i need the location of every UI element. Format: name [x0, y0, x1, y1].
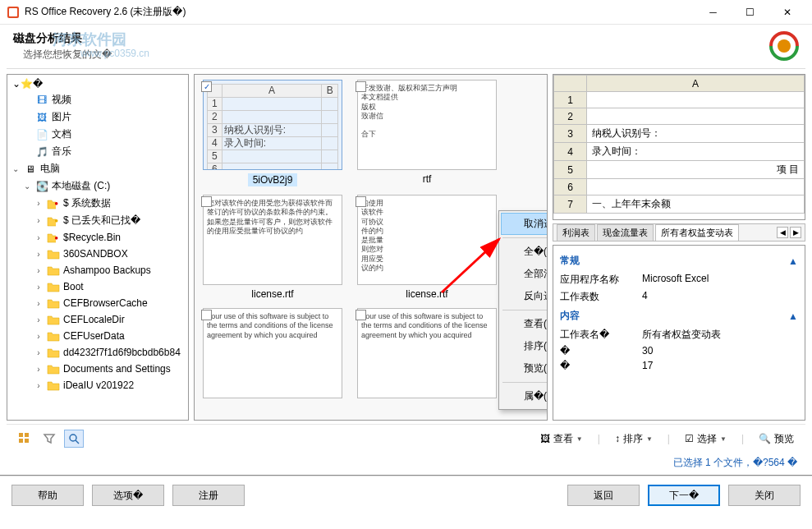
tab-scroll-left[interactable]: ◀: [777, 227, 788, 238]
file-grid[interactable]: ✓AB123纳税人识别号:4录入时间:567一、上年8加: 会计5iOvB2j9…: [194, 74, 548, 421]
file-checkbox[interactable]: ✓: [201, 81, 212, 92]
fav-music[interactable]: 🎵音乐: [7, 143, 188, 160]
folder-icon: [47, 313, 60, 326]
folder-node[interactable]: ›dd4232f7f1d6f9bcbdb6b84: [7, 344, 188, 361]
row-header[interactable]: 3: [554, 125, 587, 143]
folder-node[interactable]: ›Documents and Settings: [7, 361, 188, 377]
options-button[interactable]: 选项�: [92, 485, 164, 506]
grid-view-button[interactable]: [15, 430, 34, 448]
cell[interactable]: [587, 179, 805, 196]
file-caption: 5iOvB2j9: [248, 173, 298, 186]
cell[interactable]: 一、上年年末余额: [587, 196, 805, 214]
row-header[interactable]: 1: [554, 92, 587, 108]
folder-icon: [47, 362, 60, 375]
file-checkbox[interactable]: [356, 310, 366, 320]
local-disk-node[interactable]: ⌄💽本地磁盘 (C:): [7, 177, 188, 195]
wizard-footer: 帮助 选项� 注册 返回 下一� 关闭: [0, 475, 812, 514]
cell[interactable]: 项 目: [587, 161, 805, 179]
folder-icon: [47, 297, 60, 310]
menu-sort[interactable]: 排序(X)▶: [501, 335, 548, 357]
file-thumbnail[interactable]: ✓AB123纳税人识别号:4录入时间:567一、上年8加: 会计5iOvB2j9: [200, 80, 346, 186]
preview-button[interactable]: 🔍预览: [755, 430, 797, 448]
page-subtitle: 选择您想恢复的文�: [23, 48, 769, 62]
sort-button[interactable]: ↕排序▼: [612, 430, 656, 448]
menu-preview[interactable]: 预览(Y)Enter: [501, 357, 548, 380]
menu-invert-selection[interactable]: 反向选择(V): [501, 285, 548, 307]
collapse-icon[interactable]: ▲: [788, 310, 798, 322]
folder-node[interactable]: ›360SANDBOX: [7, 246, 188, 262]
folder-node[interactable]: ›CEFBrowserCache: [7, 295, 188, 311]
page-header: 磁盘分析结果 选择您想恢复的文�: [0, 25, 812, 68]
computer-node[interactable]: ⌄🖥电脑: [7, 160, 188, 177]
file-thumbnail[interactable]: Your use of this software is subject to …: [354, 308, 500, 402]
folder-icon: ●: [47, 197, 60, 210]
row-header[interactable]: 5: [554, 161, 587, 179]
menu-properties[interactable]: 属�(Z): [501, 385, 548, 407]
folder-node[interactable]: ›CEFLocaleDir: [7, 311, 188, 328]
next-button[interactable]: 下一�: [648, 485, 720, 506]
minimize-button[interactable]: ─: [695, 0, 732, 24]
file-thumbnail[interactable]: 开发致谢、版权和第三方声明本文档提供版权致谢信合下rtf: [354, 80, 500, 186]
office-logo-icon: [769, 31, 799, 61]
cell[interactable]: [587, 92, 805, 108]
fav-doc[interactable]: 📄文档: [7, 126, 188, 143]
row-header[interactable]: 7: [554, 196, 587, 214]
svg-point-4: [778, 39, 791, 53]
folder-tree[interactable]: ⌄ ⭐ � 🎞视频 🖼图片 📄文档 🎵音乐 ⌄🖥电脑 ⌄💽本地磁盘 (C:) ›…: [7, 74, 189, 421]
collapse-icon[interactable]: ▲: [788, 255, 798, 267]
props-section-general: 常规: [560, 254, 580, 268]
preview-icon: 🔍: [759, 433, 771, 444]
row-header[interactable]: 2: [554, 108, 587, 125]
file-caption: license.rtf: [251, 288, 293, 300]
menu-clear-all[interactable]: 全部清除(U): [501, 263, 548, 285]
back-button[interactable]: 返回: [567, 485, 640, 506]
folder-node[interactable]: ›●$Recycle.Bin: [7, 229, 188, 246]
file-checkbox[interactable]: [356, 196, 366, 207]
app-icon: [7, 6, 20, 19]
folder-node[interactable]: ›iDeaIU v201922: [7, 377, 188, 393]
cell[interactable]: 纳税人识别号：: [587, 125, 805, 143]
fav-video[interactable]: 🎞视频: [7, 91, 188, 108]
filter-button[interactable]: [39, 430, 59, 448]
folder-node[interactable]: ›Ashampoo Backups: [7, 262, 188, 278]
tab-cashflow[interactable]: 现金流量表: [597, 224, 654, 241]
tab-scroll-right[interactable]: ▶: [790, 227, 801, 238]
cell[interactable]: [587, 108, 805, 125]
menu-view[interactable]: 查看(W)▶: [501, 313, 548, 335]
file-thumbnail[interactable]: 的使用该软件可协议件的约是批量则您对用应受议的约license.rtf: [354, 195, 500, 300]
context-menu[interactable]: 取消选择(S) 全�(T) 全部清除(U) 反向选择(V) 查看(W)▶ 排序(…: [498, 210, 548, 410]
maximize-button[interactable]: ☐: [732, 0, 768, 24]
menu-select-all[interactable]: 全�(T): [501, 241, 548, 263]
file-checkbox[interactable]: [201, 310, 212, 320]
folder-node[interactable]: ›Boot: [7, 278, 188, 295]
tab-equity[interactable]: 所有者权益变动表: [655, 224, 739, 241]
folder-icon: ●: [47, 214, 60, 228]
folder-node[interactable]: ›●$ 系统数据: [7, 195, 188, 212]
menu-deselect[interactable]: 取消选择(S): [501, 213, 548, 235]
view-mode-button[interactable]: 🖼查看▼: [537, 430, 586, 448]
cell[interactable]: 录入时间：: [587, 143, 805, 161]
close-button[interactable]: ✕: [768, 0, 805, 24]
select-button[interactable]: ☑选择▼: [681, 430, 730, 448]
file-checkbox[interactable]: [356, 81, 366, 92]
favorites-root[interactable]: ⌄ ⭐ �: [7, 76, 188, 91]
file-thumbnail[interactable]: 您对该软件的使用受您为获得该软件而签订的许可协议的条款和条件的约束。如果您是批量…: [200, 195, 346, 300]
help-button[interactable]: 帮助: [11, 485, 84, 506]
sheet-preview[interactable]: A 123纳税人识别号：4录入时间：5项 目67一、上年年末余额: [553, 74, 805, 220]
register-button[interactable]: 注册: [172, 485, 245, 506]
fav-image[interactable]: 🖼图片: [7, 108, 188, 126]
tab-profit[interactable]: 利润表: [557, 224, 595, 241]
folder-icon: [47, 379, 60, 392]
sheet-tabs[interactable]: 利润表 现金流量表 所有者权益变动表 ◀ ▶: [553, 223, 805, 242]
folder-node[interactable]: ›●$ 已丢失和已找�: [7, 212, 188, 229]
row-header[interactable]: 4: [554, 143, 587, 161]
folder-node[interactable]: ›CEFUserData: [7, 328, 188, 344]
search-button[interactable]: [64, 430, 84, 448]
svg-line-11: [76, 440, 79, 444]
file-checkbox[interactable]: [201, 196, 212, 207]
close-wizard-button[interactable]: 关闭: [728, 485, 801, 506]
row-header[interactable]: 6: [554, 179, 587, 196]
col-header[interactable]: A: [587, 76, 805, 92]
file-thumbnail[interactable]: Your use of this software is subject to …: [200, 308, 346, 402]
window-titlebar: RS Office Recovery 2.6 (未注册版�) ─ ☐ ✕: [0, 0, 812, 25]
